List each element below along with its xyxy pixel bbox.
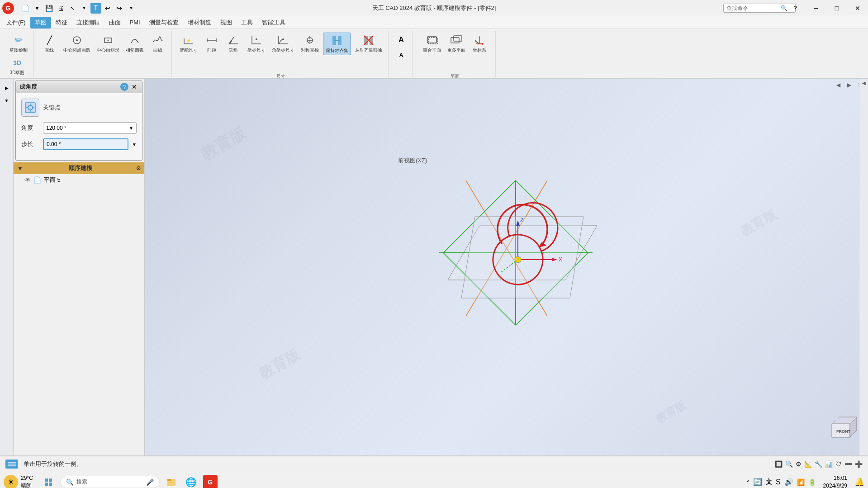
- menu-surface[interactable]: 曲面: [104, 17, 125, 28]
- ribbon-btn-smart-dim[interactable]: ⚡ 智能尺寸: [177, 33, 200, 54]
- dialog-step-label: 步长: [21, 140, 39, 148]
- menu-tools[interactable]: 工具: [237, 17, 257, 28]
- ribbon-btn-text-down[interactable]: A: [394, 48, 408, 62]
- menu-feature[interactable]: 特征: [51, 17, 72, 28]
- statusbar-plus[interactable]: ➕: [855, 460, 863, 468]
- ribbon-btn-angle-coord[interactable]: 角坐标尺寸: [270, 33, 297, 54]
- statusbar-icon-5[interactable]: 🔧: [815, 460, 822, 468]
- sketch-draw-label: 草图绘制: [9, 47, 28, 53]
- angle-icon: [227, 34, 240, 47]
- ribbon-btn-remove-align[interactable]: 从对齐集移除: [353, 33, 384, 54]
- statusbar-icon-2[interactable]: 🔍: [785, 460, 793, 468]
- redo-icon[interactable]: ↪: [114, 3, 125, 14]
- statusbar-icon-7[interactable]: 🛡: [835, 460, 842, 468]
- ribbon-btn-coord-sys[interactable]: 坐标系: [470, 33, 489, 54]
- print-icon[interactable]: 🖨: [55, 3, 66, 14]
- cursor-dropdown[interactable]: ▼: [79, 3, 90, 14]
- menu-file[interactable]: 文件(F): [2, 17, 30, 28]
- clock[interactable]: 16:01 2024/9/29: [820, 474, 851, 488]
- ribbon-btn-coord-dim[interactable]: 坐标尺寸: [245, 33, 268, 54]
- statusbar-icon-6[interactable]: 📊: [825, 460, 833, 468]
- dialog-step-input[interactable]: [43, 138, 128, 150]
- ribbon-btn-sym-dia[interactable]: 对称直径: [299, 33, 321, 54]
- taskbar-start[interactable]: [40, 474, 57, 488]
- svg-point-63: [515, 256, 521, 263]
- tree-item-plane5-label: 平面 5: [44, 176, 61, 184]
- tree-panel: ▼ 顺序建模 ⊙ 👁 📄 平面 5: [14, 162, 144, 455]
- svg-rect-33: [454, 36, 462, 41]
- ribbon-btn-rect[interactable]: 中心画矩形: [95, 33, 122, 54]
- select-icon[interactable]: T: [90, 3, 101, 14]
- ribbon: ✏ 草图绘制 3D 3D草图 ╱ 直线: [0, 29, 868, 79]
- ribbon-btn-circle[interactable]: 中心和点画圆: [61, 33, 93, 54]
- tray-sougou[interactable]: S: [776, 478, 781, 486]
- svg-point-19: [282, 38, 284, 40]
- tray-volume[interactable]: 🔊: [784, 478, 793, 486]
- ribbon-btn-more-plane[interactable]: 更多平面: [445, 33, 468, 54]
- tray-battery[interactable]: 🔋: [808, 479, 816, 486]
- taskbar-right: ^ 🔄 文 S 🔊 📶 🔋 16:01 2024/9/29 🔔: [747, 474, 864, 488]
- taskbar-app-edge[interactable]: 🌐: [183, 474, 199, 488]
- eye-icon[interactable]: 👁: [24, 176, 31, 184]
- cube-navigator[interactable]: FRONT: [823, 410, 859, 446]
- ribbon-btn-coincide-plane[interactable]: 重合平面: [421, 33, 443, 54]
- save-icon[interactable]: 💾: [43, 3, 54, 14]
- ribbon-btn-arc[interactable]: 相切圆弧: [123, 33, 146, 54]
- menu-smart-tools[interactable]: 智能工具: [257, 17, 290, 28]
- statusbar-icon-3[interactable]: ⚙: [796, 460, 802, 468]
- app-logo[interactable]: G: [0, 0, 16, 16]
- dialog-keypoint-btn[interactable]: [21, 99, 39, 117]
- ribbon-btn-sketch-draw[interactable]: ✏ 草图绘制: [7, 33, 30, 54]
- dialog-help-button[interactable]: ?: [120, 83, 128, 91]
- right-collapse-icon[interactable]: ◀: [862, 81, 866, 85]
- menu-pmi[interactable]: PMI: [125, 17, 145, 28]
- taskbar-search-mic[interactable]: 🎤: [146, 479, 154, 486]
- ribbon-btn-angle[interactable]: 夹角: [223, 33, 243, 54]
- ribbon-btn-3d-sketch[interactable]: 3D 3D草图: [7, 55, 27, 77]
- ribbon-btn-line[interactable]: ╱ 直线: [39, 33, 59, 54]
- statusbar-minus[interactable]: ➖: [844, 460, 852, 468]
- notification-icon[interactable]: 🔔: [854, 477, 864, 487]
- ribbon-btn-text-up[interactable]: A: [394, 33, 408, 47]
- tree-header-icon[interactable]: ⊙: [136, 165, 141, 171]
- close-button[interactable]: ✕: [847, 0, 868, 16]
- tree-item-plane5[interactable]: 👁 📄 平面 5: [14, 174, 144, 186]
- help-button[interactable]: ?: [785, 0, 806, 16]
- angle-coord-label: 角坐标尺寸: [272, 47, 294, 53]
- ribbon-btn-curve[interactable]: 曲线: [148, 33, 168, 54]
- menu-direct-edit[interactable]: 直接编辑: [72, 17, 104, 28]
- menu-sketch[interactable]: 草图: [30, 17, 51, 28]
- taskbar-app-explorer[interactable]: [163, 474, 180, 488]
- taskbar-search[interactable]: 🔍 搜索 🎤: [60, 476, 160, 488]
- search-input[interactable]: [726, 5, 781, 11]
- ribbon-btn-keep-align[interactable]: 保持对齐集: [323, 33, 351, 55]
- max-button[interactable]: □: [826, 0, 847, 16]
- menu-additive[interactable]: 增材制造: [183, 17, 216, 28]
- tray-chevron[interactable]: ^: [747, 479, 749, 485]
- plane-icon: 📄: [33, 176, 41, 184]
- dialog-step-dropdown-icon[interactable]: ▼: [132, 142, 137, 147]
- open-icon[interactable]: ▼: [32, 3, 43, 14]
- canvas-prev-btn[interactable]: ◀: [834, 81, 843, 90]
- taskbar-app-tiangong[interactable]: G: [203, 475, 218, 488]
- tray-update[interactable]: 🔄: [753, 478, 762, 486]
- statusbar-icon-1[interactable]: 🔲: [775, 460, 783, 468]
- ribbon-btn-distance[interactable]: 间距: [202, 33, 222, 54]
- tray-network[interactable]: 📶: [797, 479, 805, 486]
- tree-header[interactable]: ▼ 顺序建模 ⊙: [14, 162, 144, 174]
- sidebar-icon-2[interactable]: ▼: [1, 95, 12, 106]
- menu-view[interactable]: 视图: [216, 17, 237, 28]
- dialog-angle-select[interactable]: 120.00 ° ▼: [43, 122, 137, 134]
- cursor-icon[interactable]: ↖: [67, 3, 78, 14]
- tray-ime[interactable]: 文: [766, 478, 772, 486]
- undo-dropdown[interactable]: ▼: [126, 3, 137, 14]
- undo-icon[interactable]: ↩: [102, 3, 113, 14]
- sidebar-icon-1[interactable]: ▶: [1, 82, 12, 93]
- menu-measure[interactable]: 测量与检查: [145, 17, 183, 28]
- dialog-close-button[interactable]: ✕: [130, 83, 138, 91]
- canvas-area[interactable]: 教育版 教育版 教育版 教育版 ◀ ▶ ✕ 前视图(XZ): [145, 79, 868, 455]
- canvas-next-btn[interactable]: ▶: [844, 81, 854, 90]
- new-file-icon[interactable]: 📄: [20, 3, 31, 14]
- statusbar-icon-4[interactable]: 📐: [804, 460, 812, 468]
- min-button[interactable]: ─: [806, 0, 826, 16]
